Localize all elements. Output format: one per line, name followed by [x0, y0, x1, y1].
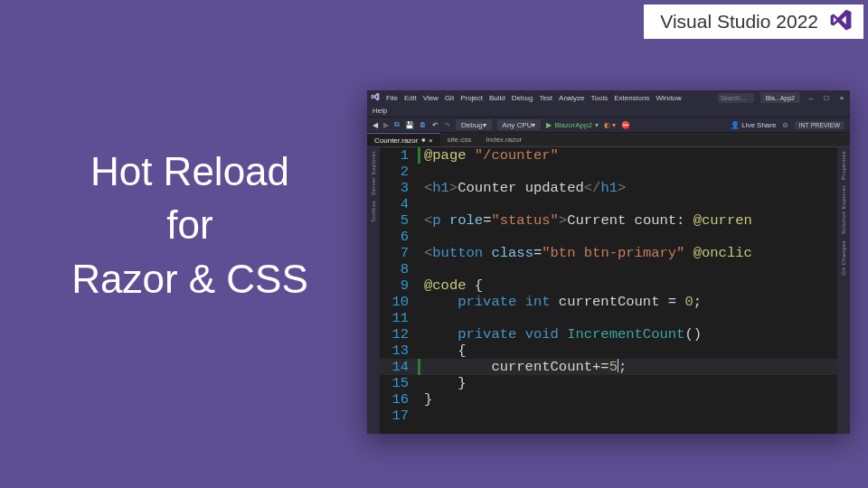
stop-icon[interactable]: ⛔	[621, 121, 630, 129]
code-content	[420, 164, 424, 180]
platform-dropdown[interactable]: Any CPU ▾	[497, 119, 542, 130]
menu-item[interactable]: Git	[445, 94, 454, 102]
line-number: 16	[380, 391, 418, 408]
right-tool-rail: Properties Solution Explorer Git Changes	[837, 147, 850, 434]
left-tool-rail: Server Explorer Toolbox	[367, 147, 380, 434]
code-content: <button class="btn btn-primary" @onclic	[420, 245, 752, 261]
undo-icon[interactable]: ↶	[432, 121, 439, 129]
menu-item[interactable]: Debug	[512, 94, 533, 102]
code-line[interactable]: 13 {	[380, 343, 837, 359]
tab-site-css[interactable]: site.css	[440, 133, 479, 146]
git-changes-tab[interactable]: Git Changes	[841, 240, 846, 276]
menu-item[interactable]: Tools	[591, 94, 609, 102]
menu-item[interactable]: Build	[489, 94, 505, 102]
code-content: }	[420, 375, 467, 391]
solution-explorer-tab[interactable]: Solution Explorer	[841, 185, 846, 234]
properties-tab[interactable]: Properties	[841, 151, 846, 180]
brand-label: Visual Studio 2022	[660, 11, 818, 33]
slide-title: Hot Reload for Razor & CSS	[27, 145, 353, 305]
save-icon[interactable]: 💾	[405, 121, 414, 129]
line-number: 11	[380, 310, 418, 326]
code-line[interactable]: 5<p role="status">Current count: @curren	[380, 212, 837, 229]
code-line[interactable]: 8	[380, 261, 837, 277]
redo-icon[interactable]: ↷	[444, 121, 450, 129]
line-number: 14	[380, 359, 418, 375]
new-item-icon[interactable]: ⧉	[394, 120, 400, 129]
slide-title-line: for	[27, 198, 353, 251]
code-line[interactable]: 1@page "/counter"	[380, 147, 837, 164]
code-content: <p role="status">Current count: @curren	[420, 212, 752, 229]
slide-title-line: Razor & CSS	[27, 252, 353, 305]
menu-item[interactable]: Window	[656, 94, 681, 102]
line-number: 6	[380, 229, 418, 245]
preview-badge: INT PREVIEW	[795, 121, 844, 129]
maximize-button[interactable]: □	[822, 94, 831, 102]
code-content	[420, 310, 424, 326]
code-editor[interactable]: 1@page "/counter"23<h1>Counter updated</…	[380, 147, 837, 434]
live-share-button[interactable]: 👤 Live Share	[731, 121, 776, 129]
menu-item[interactable]: Analyze	[559, 94, 584, 102]
line-number: 4	[380, 196, 418, 212]
code-content	[420, 261, 424, 277]
code-content: private void IncrementCount()	[420, 326, 702, 343]
visual-studio-icon	[829, 8, 853, 36]
code-content	[420, 229, 424, 245]
brand-chip: Visual Studio 2022	[644, 5, 863, 39]
line-number: 13	[380, 343, 418, 359]
tab-counter-razor[interactable]: Counter.razor ⁕ ×	[367, 133, 440, 146]
code-content	[420, 408, 424, 424]
line-number: 1	[380, 147, 418, 164]
ide-window: File Edit View Git Project Build Debug T…	[367, 90, 850, 434]
code-line[interactable]: 10 private int currentCount = 0;	[380, 294, 837, 310]
search-input[interactable]: Search...	[718, 93, 754, 103]
code-line[interactable]: 2	[380, 164, 837, 180]
menu-item[interactable]: Help	[373, 107, 387, 115]
menu-bar: File Edit View Git Project Build Debug T…	[367, 90, 850, 105]
menu-item[interactable]: Extensions	[614, 94, 649, 102]
server-explorer-tab[interactable]: Server Explorer	[371, 151, 376, 195]
code-line[interactable]: 17	[380, 408, 837, 424]
run-button[interactable]: ▶ BlazorApp2 ▾	[546, 121, 598, 129]
minimize-button[interactable]: –	[807, 94, 816, 102]
visual-studio-icon	[371, 92, 380, 103]
line-number: 9	[380, 277, 418, 294]
code-line[interactable]: 3<h1>Counter updated</h1>	[380, 180, 837, 196]
line-number: 17	[380, 408, 418, 424]
code-content: currentCount+=5;	[420, 359, 627, 375]
nav-back-icon[interactable]: ◀	[373, 121, 378, 129]
code-content: }	[420, 391, 432, 408]
code-line[interactable]: 16}	[380, 391, 837, 408]
menu-item[interactable]: View	[423, 94, 439, 102]
feedback-icon[interactable]: ☺	[781, 121, 788, 129]
code-line[interactable]: 6	[380, 229, 837, 245]
line-number: 12	[380, 326, 418, 343]
code-line[interactable]: 15 }	[380, 375, 837, 391]
menu-item[interactable]: File	[386, 94, 398, 102]
slide-title-line: Hot Reload	[27, 145, 353, 198]
save-all-icon[interactable]: 🗎	[420, 121, 427, 129]
config-dropdown[interactable]: Debug ▾	[456, 119, 492, 130]
menu-item[interactable]: Project	[460, 94, 483, 102]
code-content: @code {	[420, 277, 483, 294]
code-line[interactable]: 4	[380, 196, 837, 212]
menu-item[interactable]: Test	[539, 94, 552, 102]
line-number: 10	[380, 294, 418, 310]
code-line[interactable]: 9@code {	[380, 277, 837, 294]
code-line[interactable]: 14 currentCount+=5;	[380, 359, 837, 375]
toolbox-tab[interactable]: Toolbox	[371, 201, 376, 222]
solution-tab[interactable]: Bla...App2	[760, 92, 800, 103]
line-number: 7	[380, 245, 418, 261]
editor-tabs: Counter.razor ⁕ × site.css Index.razor	[367, 133, 850, 147]
toolbar: ◀ ▶ ⧉ 💾 🗎 ↶ ↷ Debug ▾ Any CPU ▾ ▶ Blazor…	[367, 117, 850, 133]
hot-reload-button[interactable]: ◐ ▾	[604, 121, 616, 129]
code-line[interactable]: 12 private void IncrementCount()	[380, 326, 837, 343]
tab-index-razor[interactable]: Index.razor	[478, 133, 529, 146]
code-content: private int currentCount = 0;	[420, 294, 702, 310]
code-content: {	[420, 343, 467, 359]
nav-fwd-icon[interactable]: ▶	[383, 121, 389, 129]
line-number: 3	[380, 180, 418, 196]
menu-item[interactable]: Edit	[404, 94, 417, 102]
close-button[interactable]: ×	[837, 94, 846, 102]
code-line[interactable]: 11	[380, 310, 837, 326]
code-line[interactable]: 7<button class="btn btn-primary" @onclic	[380, 245, 837, 261]
